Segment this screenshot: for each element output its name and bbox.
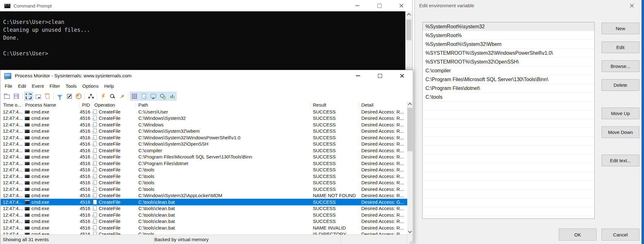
table-row[interactable]: 12:47:4... cmd.exe 4516 CreateFile C:\Wi…: [1, 141, 407, 147]
table-row[interactable]: 12:47:4... cmd.exe 4516 CreateFile C:\to…: [1, 225, 407, 231]
menu-filter[interactable]: Filter: [47, 81, 63, 91]
env-list-item[interactable]: C:\tools: [423, 93, 594, 102]
toolbar-filter-button[interactable]: [55, 92, 64, 101]
env-list-item[interactable]: %SystemRoot%\system32: [423, 22, 594, 31]
env-list-empty-slot[interactable]: [423, 128, 594, 137]
edit-text-button[interactable]: Edit text...: [602, 155, 639, 166]
browse-button[interactable]: Browse...: [602, 60, 639, 72]
toolbar-show-registry-button[interactable]: [130, 92, 139, 101]
env-list-empty-slot[interactable]: [423, 154, 594, 163]
move-down-button[interactable]: Move Down: [602, 126, 639, 138]
ok-button[interactable]: OK: [559, 229, 597, 241]
toolbar-highlight-button[interactable]: [65, 92, 74, 101]
env-list-empty-slot[interactable]: [423, 198, 594, 207]
env-list-item[interactable]: C:\Program Files\Microsoft SQL Server\13…: [423, 75, 594, 84]
table-row[interactable]: 12:47:4... cmd.exe 4516 CreateFile C:\Us…: [1, 108, 407, 115]
table-row[interactable]: 12:47:4... cmd.exe 4516 CreateFile C:\to…: [1, 199, 407, 205]
table-row[interactable]: 12:47:4... cmd.exe 4516 CreateFile C:\Wi…: [1, 134, 407, 141]
toolbar-boot-log-button[interactable]: [99, 92, 108, 101]
env-list-item[interactable]: %SYSTEMROOT%\System32\WindowsPowerShell\…: [423, 49, 594, 58]
env-list-item[interactable]: C:\Program Files\dotnet\: [423, 84, 594, 93]
table-row[interactable]: 12:47:4... cmd.exe 4516 CreateFile C:\Pr…: [1, 160, 407, 167]
env-list-item[interactable]: C:\compiler: [423, 66, 594, 75]
column-header-path[interactable]: Path: [136, 102, 310, 108]
table-row[interactable]: 12:47:4... cmd.exe 4516 CreateFile C:\Wi…: [1, 121, 407, 128]
toolbar-show-process-button[interactable]: [158, 92, 167, 101]
env-list-empty-slot[interactable]: [423, 172, 594, 181]
env-list-empty-slot[interactable]: [423, 137, 594, 146]
menu-edit[interactable]: Edit: [15, 81, 29, 91]
menu-help[interactable]: Help: [101, 81, 117, 91]
move-up-button[interactable]: Move Up: [602, 108, 639, 119]
column-header-operation[interactable]: Operation: [92, 102, 136, 108]
cmd-close-button[interactable]: [390, 0, 412, 11]
column-header-processname[interactable]: Process Name: [23, 102, 79, 108]
toolbar-save-button[interactable]: [12, 92, 21, 101]
env-list-item[interactable]: %SystemRoot%\System32\Wbem: [423, 40, 594, 49]
table-row[interactable]: 12:47:4... cmd.exe 4516 CreateFile C:\to…: [1, 167, 407, 173]
column-header-timeo[interactable]: Time o...: [1, 102, 23, 108]
toolbar-open-button[interactable]: [3, 92, 11, 101]
table-row[interactable]: 12:47:4... cmd.exe 4516 CreateFile C:\Wi…: [1, 128, 407, 135]
scroll-up-button[interactable]: [407, 102, 413, 107]
table-row[interactable]: 12:47:4... cmd.exe 4516 CreateFile C:\Pr…: [1, 154, 407, 160]
env-list-item[interactable]: %SystemRoot%: [423, 31, 594, 40]
env-list-empty-slot[interactable]: [423, 110, 594, 119]
table-scrollbar-thumb[interactable]: [407, 108, 413, 151]
procmon-maximize-button[interactable]: [369, 70, 391, 81]
procmon-close-button[interactable]: [391, 70, 413, 81]
column-header-result[interactable]: Result: [310, 102, 359, 108]
toolbar-include-button[interactable]: [74, 92, 83, 101]
toolbar-autoscroll-button[interactable]: [34, 92, 42, 101]
cancel-button[interactable]: Cancel: [602, 229, 639, 241]
toolbar-jump-button[interactable]: [118, 92, 126, 101]
env-list-empty-slot[interactable]: [423, 216, 594, 219]
edit-button[interactable]: Edit: [602, 42, 639, 53]
toolbar-show-profiling-button[interactable]: [168, 92, 176, 101]
table-row[interactable]: 12:47:4... cmd.exe 4516 CreateFile C:\to…: [1, 186, 407, 192]
table-row[interactable]: 12:47:4... cmd.exe 4516 CreateFile C:\co…: [1, 147, 407, 154]
cmd-scrollbar[interactable]: [405, 11, 412, 75]
env-list-empty-slot[interactable]: [423, 119, 594, 128]
env-list-empty-slot[interactable]: [423, 146, 594, 154]
toolbar-capture-button[interactable]: [24, 92, 33, 101]
scroll-down-button[interactable]: [407, 229, 413, 234]
dialog-close-button[interactable]: [622, 0, 642, 11]
scroll-up-button[interactable]: [405, 11, 412, 18]
new-button[interactable]: New: [602, 23, 639, 34]
toolbar-process-tree-button[interactable]: [86, 92, 95, 101]
column-header-pid[interactable]: PID: [79, 102, 92, 108]
env-list-empty-slot[interactable]: [423, 207, 594, 216]
env-list-empty-slot[interactable]: [423, 190, 594, 198]
env-list-empty-slot[interactable]: [423, 102, 594, 110]
table-row[interactable]: 12:47:4... cmd.exe 4516 CreateFile C:\to…: [1, 180, 407, 186]
table-row[interactable]: 12:47:4... cmd.exe 4516 CreateFile C:\Wi…: [1, 115, 407, 122]
env-list-empty-slot[interactable]: [423, 163, 594, 172]
menu-tools[interactable]: Tools: [63, 81, 80, 91]
cmd-maximize-button[interactable]: [368, 0, 390, 11]
env-list-empty-slot[interactable]: [423, 181, 594, 190]
toolbar-clear-button[interactable]: [43, 92, 52, 101]
cmd-minimize-button[interactable]: [346, 0, 368, 11]
table-row[interactable]: 12:47:4... cmd.exe 4516 CreateFile C:\to…: [1, 212, 407, 218]
env-list-item[interactable]: %SYSTEMROOT%\System32\OpenSSH\: [423, 58, 594, 66]
maximize-icon: [378, 74, 382, 78]
column-header-detail[interactable]: Detail: [359, 102, 407, 108]
menu-event[interactable]: Event: [29, 81, 47, 91]
resize-grip[interactable]: [408, 240, 412, 244]
menu-options[interactable]: Options: [80, 81, 102, 91]
toolbar-find-button[interactable]: [108, 92, 117, 101]
table-row[interactable]: 12:47:4... cmd.exe 4516 CreateFile C:\to…: [1, 205, 407, 212]
delete-button[interactable]: Delete: [602, 79, 639, 91]
table-row[interactable]: 12:47:4... cmd.exe 4516 CreateFile C:\Wi…: [1, 192, 407, 199]
cell-operation: CreateFile: [92, 148, 136, 153]
procmon-minimize-button[interactable]: [347, 70, 369, 81]
menu-file[interactable]: File: [2, 81, 15, 91]
terminal-area[interactable]: C:\Users\User>cleanCleaning up unused fi…: [0, 11, 412, 75]
toolbar-show-file-button[interactable]: [139, 92, 148, 101]
table-scrollbar[interactable]: [407, 102, 413, 234]
table-row[interactable]: 12:47:4... cmd.exe 4516 CreateFile C:\to…: [1, 218, 407, 225]
cmd-scrollbar-thumb[interactable]: [406, 19, 411, 40]
table-row[interactable]: 12:47:4... cmd.exe 4516 CreateFile C:\to…: [1, 173, 407, 180]
toolbar-show-network-button[interactable]: [149, 92, 158, 101]
